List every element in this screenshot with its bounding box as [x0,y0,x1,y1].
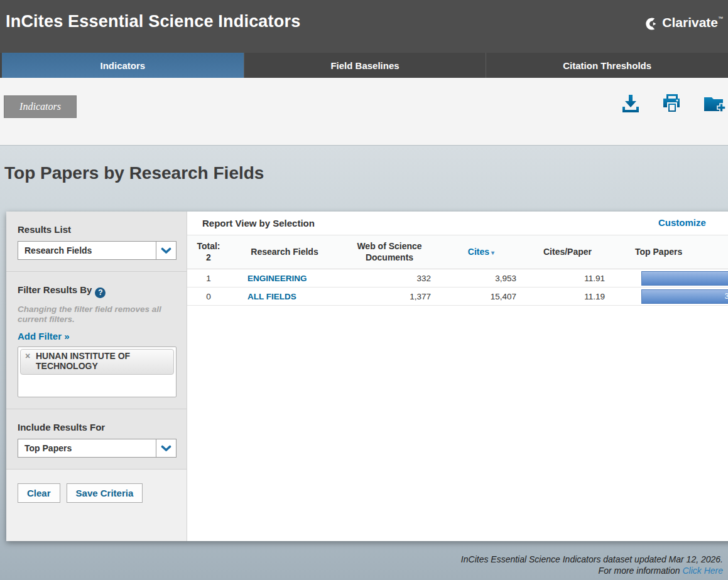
add-filter-link[interactable]: Add Filter » [18,331,70,341]
tab-field-baselines[interactable]: Field Baselines [244,53,487,78]
filter-chip-label: HUNAN INSTITUTE OF TECHNOLOGY [36,351,130,370]
tab-citation-thresholds[interactable]: Citation Thresholds [486,53,728,78]
clarivate-logo-icon [644,16,659,31]
content-container: Results List Research Fields Filter Resu… [6,212,728,541]
column-header-top-papers[interactable]: Top Papers [612,247,728,258]
row-cites-per-paper: 11.19 [523,292,612,301]
top-papers-bar[interactable]: 30 [641,289,728,304]
customize-link[interactable]: Customize [658,217,706,228]
dataset-footer: InCites Essential Science Indicators dat… [461,554,723,576]
click-here-link[interactable]: Click Here [682,566,723,576]
table-header-row: Total: 2 Research Fields Web of Science … [187,235,728,269]
results-list-section: Results List Research Fields [6,212,187,272]
filter-note: Changing the filter field removes all cu… [18,304,177,326]
main-tab-bar: Indicators Field Baselines Citation Thre… [0,53,728,78]
field-link-engineering[interactable]: ENGINEERING [247,274,307,283]
print-icon[interactable] [660,92,684,115]
include-results-selected-value: Top Papers [18,439,156,457]
toolbar-icons [619,92,725,115]
chevron-down-icon [161,247,171,254]
row-top-papers: 2 [612,271,728,286]
report-header: Report View by Selection Customize [187,212,728,235]
row-cites: 3,953 [440,274,523,283]
column-header-cites-per-paper[interactable]: Cites/Paper [523,247,612,258]
app-title: InCites Essential Science Indicators [6,12,300,31]
results-list-selected-value: Research Fields [18,242,156,259]
results-list-dropdown[interactable]: Research Fields [18,241,177,260]
row-cites: 15,407 [440,292,523,301]
download-icon[interactable] [619,92,643,115]
brand-trademark: ™ [718,16,723,21]
sort-descending-icon: ▾ [491,249,494,256]
row-docs: 332 [339,274,440,283]
clarivate-logo: Clarivate ™ [644,15,723,31]
row-cites-per-paper: 11.91 [523,274,612,283]
active-filters-box: × HUNAN INSTITUTE OF TECHNOLOGY [18,346,177,397]
breadcrumb-indicators-button[interactable]: Indicators [4,95,77,118]
more-info-prefix: For more information [599,566,683,576]
row-docs: 1,377 [339,292,440,301]
cites-sort-label: Cites [468,247,489,257]
total-count: 2 [187,252,230,264]
table-row: 1 ENGINEERING 332 3,953 11.91 2 [187,269,728,287]
filter-results-section: Filter Results By? Changing the filter f… [6,272,187,409]
page-body: Top Papers by Research Fields Results Li… [0,146,728,580]
column-header-cites[interactable]: Cites▾ [440,247,523,258]
total-label: Total: [187,241,230,252]
column-header-wos-documents[interactable]: Web of Science Documents [339,241,440,263]
row-rank: 1 [187,274,230,283]
tab-indicators[interactable]: Indicators [2,53,244,78]
include-results-dropdown-arrow [156,439,176,457]
include-results-dropdown[interactable]: Top Papers [18,439,177,458]
row-top-papers: 30 [612,289,728,304]
top-papers-bar[interactable]: 2 [641,271,728,286]
clear-button[interactable]: Clear [18,483,60,503]
include-results-label: Include Results For [18,422,177,432]
row-field: ENGINEERING [230,274,339,283]
dataset-updated-text: InCites Essential Science Indicators dat… [461,554,723,566]
page-title: Top Papers by Research Fields [4,163,264,183]
sidebar-actions: Clear Save Criteria [6,470,187,541]
row-rank: 0 [187,292,230,301]
wos-label-line2: Documents [339,252,440,264]
toolbar: Indicators [0,78,728,146]
column-header-total: Total: 2 [187,241,230,263]
filters-sidebar: Results List Research Fields Filter Resu… [6,212,187,541]
include-results-section: Include Results For Top Papers [6,409,187,470]
filter-results-label: Filter Results By? [18,284,177,298]
add-to-folder-icon[interactable] [702,92,725,115]
filter-chip[interactable]: × HUNAN INSTITUTE OF TECHNOLOGY [20,349,174,375]
report-title: Report View by Selection [187,218,315,228]
report-panel: Report View by Selection Customize Total… [187,212,728,541]
help-icon[interactable]: ? [95,287,106,298]
app-header: InCites Essential Science Indicators Cla… [0,0,728,53]
wos-label-line1: Web of Science [339,241,440,252]
remove-filter-icon[interactable]: × [25,352,30,361]
column-header-research-fields[interactable]: Research Fields [230,247,339,258]
filter-results-label-text: Filter Results By [18,284,92,295]
more-info-text: For more information Click Here [461,566,723,577]
results-list-label: Results List [18,224,177,235]
brand-name: Clarivate [662,15,718,30]
results-list-dropdown-arrow [156,242,176,259]
field-link-all-fields[interactable]: ALL FIELDS [247,292,296,301]
table-row: 0 ALL FIELDS 1,377 15,407 11.19 30 [187,287,728,306]
chevron-down-icon [161,445,171,452]
row-field: ALL FIELDS [230,292,339,301]
save-criteria-button[interactable]: Save Criteria [67,483,143,503]
